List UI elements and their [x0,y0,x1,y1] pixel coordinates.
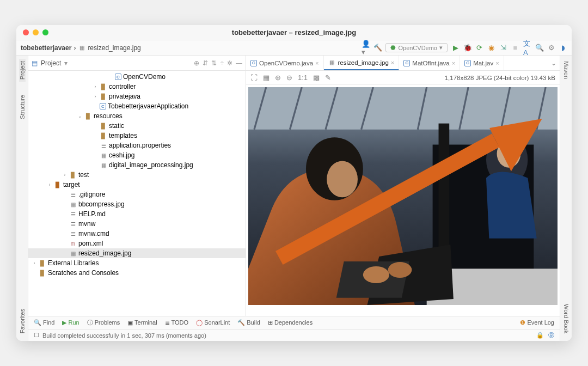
file-icon: ☰ [69,210,77,218]
tree-node[interactable]: ›▉controller [28,82,246,91]
stop-icon[interactable]: ■ [511,44,519,52]
tool-event-log[interactable]: ❶ Event Log [520,319,554,326]
search-icon[interactable]: 🔍 [535,44,543,52]
locate-icon[interactable]: ⊕ [194,59,199,67]
tree-node[interactable]: ceshi.jpg [28,150,246,160]
tree-node[interactable]: ⌄▉resources [28,111,246,121]
expand-icon[interactable]: ⇵ [203,59,208,67]
chevron-right-icon: › [74,44,76,52]
editor-tab[interactable]: CMatOfInt.java× [399,56,460,70]
tree-node[interactable]: mpom.xml [28,239,246,248]
tool-terminal[interactable]: ▣ Terminal [127,319,157,326]
collapse-icon[interactable]: ⇅ [211,59,217,67]
hammer-icon[interactable]: 🔨 [373,44,382,52]
tool-find[interactable]: 🔍 Find [34,319,54,326]
eyedropper-icon[interactable]: ✎ [325,74,331,82]
minimize-icon[interactable] [33,29,39,35]
tree-node[interactable]: ▉static [28,121,246,131]
user-icon[interactable]: 👤▾ [362,44,370,52]
breadcrumb-root[interactable]: tobebetterjavaer [21,44,71,52]
grid-icon[interactable]: ▦ [263,74,270,82]
editor-tab[interactable]: COpenCVDemo.java× [246,56,324,70]
tree-toggle-icon[interactable]: › [47,182,52,187]
tree-node[interactable]: ›▉target [28,180,246,190]
goto-icon[interactable]: ⓖ [548,331,554,339]
more-tabs-icon[interactable]: ⌄ [548,59,560,67]
tree-node[interactable]: ›▉test [28,170,246,180]
tree-label: mvnw [78,220,95,228]
tree-node[interactable]: ☰.gitignore [28,190,246,199]
run-config-selector[interactable]: ⬣OpenCVDemo▾ [385,43,448,52]
image-content [248,87,558,305]
tree-node[interactable]: COpenCVDemo [28,72,246,82]
zoom-out-icon[interactable]: ⊖ [286,74,292,82]
tree-node[interactable]: resized_image.jpg [28,248,246,258]
tree-node[interactable]: ☰HELP.md [28,209,246,219]
coverage-icon[interactable]: ⟳ [475,44,483,52]
editor-tab[interactable]: resized_image.jpg× [324,56,400,70]
main-toolbar: tobebetterjavaer › resized_image.jpg 👤▾ … [16,40,572,56]
breadcrumb-file[interactable]: resized_image.jpg [88,44,140,52]
close-icon[interactable] [23,29,29,35]
hide-icon[interactable]: — [236,59,242,67]
shield-icon[interactable]: ◗ [559,44,567,52]
tree-node[interactable]: ☰mvnw.cmd [28,229,246,239]
tree-node[interactable]: ›▉External Libraries [28,258,246,268]
tree-node[interactable]: digital_image_processing.jpg [28,160,246,170]
tree-label: bbcompress.jpg [78,200,125,208]
sidebar-tab-wordbook[interactable]: Word Book [563,302,569,335]
editor-tab[interactable]: CMat.jav× [460,56,504,70]
sidebar-tab-maven[interactable]: Maven [563,59,569,81]
tree-toggle-icon[interactable]: › [32,260,37,266]
zoom-in-icon[interactable]: ⊕ [275,74,281,82]
tool-dependencies[interactable]: ⊞ Dependencies [268,319,313,326]
tree-label: External Libraries [48,259,99,267]
tree-toggle-icon[interactable]: › [93,94,98,99]
translate-icon[interactable]: 文A [523,44,531,52]
svg-point-18 [363,266,389,283]
image-viewer[interactable] [246,85,560,316]
run-icon[interactable]: ▶ [451,44,460,52]
sidebar-tab-favorites[interactable]: Favorites [19,307,26,335]
tree-node[interactable]: CTobebetterjavaerApplication [28,101,246,111]
image-icon [78,44,85,52]
tool-todo[interactable]: ≣ TODO [165,319,188,326]
project-title[interactable]: Project [41,59,61,67]
tree-toggle-icon[interactable]: ⌄ [77,113,83,119]
divide-icon[interactable]: ÷ [220,59,224,67]
image-info: 1,178x828 JPEG (24-bit color) 19.43 kB [445,75,555,81]
tree-node[interactable]: ☰mvnw [28,219,246,229]
sidebar-tab-structure[interactable]: Structure [19,93,26,121]
tree-node[interactable]: ▉Scratches and Consoles [28,268,246,278]
file-icon: ☰ [100,142,107,149]
window-title: tobebetterjavaer – resized_image.jpg [16,28,572,36]
tool-problems[interactable]: ⓘ Problems [87,319,120,327]
tool-run[interactable]: ▶ Run [62,319,79,326]
lock-icon[interactable]: 🔒 [536,332,544,339]
close-tab-icon[interactable]: × [495,60,499,66]
tool-build[interactable]: 🔨 Build [237,319,260,326]
tool-sonarlint[interactable]: ◯ SonarLint [196,319,230,326]
close-tab-icon[interactable]: × [315,60,318,66]
sidebar-tab-project[interactable]: Project [19,59,26,82]
file-icon: ☰ [69,230,77,237]
tree-node[interactable]: ☰application.properties [28,141,246,150]
project-tree[interactable]: COpenCVDemo›▉controller›▉privatejavaCTob… [28,71,246,316]
profile-icon[interactable]: ◉ [487,44,495,52]
close-tab-icon[interactable]: × [391,59,394,66]
tree-node[interactable]: ▉templates [28,131,246,141]
attach-icon[interactable]: ⇲ [499,44,507,52]
maximize-icon[interactable] [42,29,48,35]
close-tab-icon[interactable]: × [452,60,455,66]
tree-node[interactable]: ›▉privatejava [28,91,246,101]
expand-full-icon[interactable]: ⛶ [250,74,258,82]
tree-toggle-icon[interactable]: › [93,84,98,89]
tree-toggle-icon[interactable]: › [62,172,68,178]
gear-icon[interactable]: ⚙ [547,44,555,52]
settings-icon[interactable]: ✲ [227,59,232,67]
zoom-fit-icon[interactable]: 1:1 [298,74,308,82]
breadcrumb[interactable]: tobebetterjavaer › resized_image.jpg [21,44,141,52]
debug-icon[interactable]: 🐞 [463,44,471,52]
tree-node[interactable]: bbcompress.jpg [28,199,246,209]
checker-icon[interactable]: ▩ [313,74,320,82]
